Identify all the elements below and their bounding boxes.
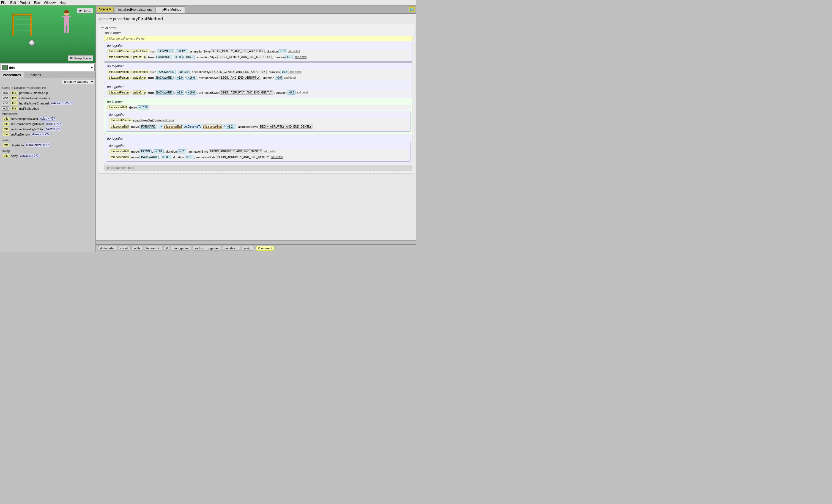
proc-name-2: handleActiveChanged: [19, 102, 49, 105]
category-timing: timing this delay duration: ≡ ???: [0, 148, 96, 159]
bottom-toolbar: do in order count while for each in if d…: [96, 244, 416, 252]
scene-background: [0, 5, 96, 63]
menu-window[interactable]: Window: [44, 1, 56, 5]
this-badge-1: this: [10, 96, 18, 100]
proc-name-3: myFirstMethod: [19, 107, 40, 110]
btn-comment[interactable]: //comment: [256, 246, 275, 251]
run-label: Run...: [83, 9, 91, 12]
do-in-order-nested-header: do in order: [106, 99, 411, 104]
svg-rect-14: [64, 25, 66, 33]
do-together-1: do together this.adultPerson getLeftKnee…: [104, 42, 412, 62]
declare-proc: declare procedure myFirstMethod: [98, 16, 414, 23]
btn-do-in-order[interactable]: do in order: [98, 246, 117, 251]
svg-rect-17: [69, 16, 71, 18]
person-figure: [60, 10, 74, 43]
group-by-row: group by category: [0, 78, 96, 85]
do-in-order-inner: do in order // Kick the ball toward the …: [104, 30, 412, 170]
this-dropdown[interactable]: this ▼: [1, 64, 95, 71]
do-in-order-nested: do in order this.soccerBall delay ≡0.125…: [104, 98, 412, 134]
this-label: this: [9, 66, 90, 70]
btn-for-each-in[interactable]: for each in: [144, 246, 163, 251]
cat-item-setFogDensity: this setFogDensity density: ≡ ???: [2, 132, 94, 137]
tab-procedures[interactable]: Procedures: [0, 72, 24, 78]
scene-dropdown[interactable]: Scene ▼: [97, 7, 114, 12]
do-together-4-inner: do together this.soccerBall move DOWN , …: [106, 142, 411, 162]
do-together-nested-header: do together: [108, 112, 409, 117]
cat-item-setFromAboveLightColor: this setFromAboveLightColor color: ≡ ???: [2, 121, 94, 127]
this-badge-3: this: [10, 106, 18, 111]
code-line-delay: this.soccerBall delay ≡0.125: [106, 105, 411, 110]
group-by-select[interactable]: group by category: [62, 79, 94, 84]
scene-label: Scene: [99, 7, 108, 11]
tab-initializeEventListeners[interactable]: initializeEventListeners: [115, 6, 155, 12]
proc-name-0: performCustomSetup: [19, 91, 48, 94]
cat-item-delay: this delay duration: ≡ ???: [2, 153, 94, 158]
do-together-2: do together this.adultPerson getLeftKnee…: [104, 62, 412, 82]
menu-run[interactable]: Run: [34, 1, 40, 5]
proc-func-tabs: Procedures Functions: [0, 72, 96, 78]
code-line-straighten: this.adultPerson straightenOutJoints add…: [108, 118, 409, 123]
menu-project[interactable]: Project: [20, 1, 30, 5]
svg-rect-15: [67, 25, 69, 33]
soccer-ball: [29, 40, 35, 46]
declare-label: declare procedure: [99, 17, 130, 21]
edit-handleActiveChanged[interactable]: edit: [2, 101, 9, 105]
btn-do-together[interactable]: do together: [171, 246, 191, 251]
code-area[interactable]: declare procedure myFirstMethod do in or…: [96, 14, 416, 240]
btn-count[interactable]: count: [118, 246, 130, 251]
code-line-ball-down: this.soccerBall move DOWN , ≡0.01 , dura…: [108, 149, 409, 154]
category-atmosphere: atmosphere this setAtmosphereColor color…: [0, 111, 96, 138]
btn-assign[interactable]: assign: [241, 246, 255, 251]
proc-name-1: initializeEventListeners: [19, 96, 50, 100]
do-together-nested: do together this.adultPerson straightenO…: [106, 111, 411, 132]
code-line-soccer-move: this.soccerBall move FORWARD , ≡ this.so…: [108, 123, 409, 130]
svg-rect-2: [12, 14, 32, 16]
tab-myFirstMethod[interactable]: myFirstMethod: [156, 6, 185, 12]
menu-file[interactable]: File: [1, 1, 6, 5]
btn-each-in-together[interactable]: each in _ together: [192, 246, 221, 251]
do-together-header-1: do together: [106, 43, 411, 48]
code-line-hip-backward2: this.adultPerson getLeftHip turn BACKWAR…: [106, 90, 411, 95]
do-together-4: do together do together this.soccerBall …: [104, 135, 412, 164]
setup-scene-button[interactable]: ⊞ Setup Scene: [68, 55, 93, 61]
code-line-knee-forward: this.adultPerson getLeftKnee turn FORWAR…: [106, 49, 411, 54]
do-together-header-4: do together: [106, 136, 411, 141]
code-line-hip-backward: this.adultPerson getLeftHip turn BACKWAR…: [106, 75, 411, 80]
dropdown-arrow-icon: ▼: [108, 7, 112, 11]
params-2: isActive: ≡ ???, a: [50, 101, 74, 105]
scene-preview: ▶ Run... ⊞ Setup Scene: [0, 5, 96, 63]
do-together-header-2: do together: [106, 64, 411, 69]
cat-audio-header: audio: [2, 138, 94, 142]
cat-item-setFromBelowLightColor: this setFromBelowLightColor color: ≡ ???: [2, 127, 94, 132]
setup-icon: ⊞: [70, 56, 73, 60]
category-audio: audio this playAudio audioSource: ≡ ???: [0, 138, 96, 148]
edit-initializeEventListeners[interactable]: edit: [2, 96, 9, 100]
svg-rect-0: [12, 14, 14, 36]
btn-while[interactable]: while: [131, 246, 143, 251]
svg-point-12: [64, 10, 69, 13]
edit-performCustomSetup[interactable]: edit: [2, 91, 9, 95]
dropdown-arrow-icon: ▼: [90, 66, 93, 69]
cat-timing-header: timing: [2, 149, 94, 153]
do-in-order-outer: do in order do in order // Kick the ball…: [98, 24, 414, 173]
menu-bar: File Edit Project Run Window Help: [0, 0, 416, 5]
tab-functions[interactable]: Functions: [24, 72, 44, 78]
menu-help[interactable]: Help: [59, 1, 66, 5]
cat-item-playAudio: this playAudio audioSource: ≡ ???: [2, 142, 94, 148]
horizontal-scrollbar[interactable]: [96, 240, 416, 244]
world-icon: 🌍: [409, 6, 415, 12]
proc-item-1: edit this initializeEventListeners: [0, 95, 96, 101]
btn-variable[interactable]: variable...: [222, 246, 240, 251]
btn-if[interactable]: if: [164, 246, 170, 251]
run-button[interactable]: ▶ Run...: [77, 8, 93, 13]
this-badge-0: this: [10, 91, 18, 95]
goal-post: [11, 11, 38, 41]
proc-item-0: edit this performCustomSetup: [0, 90, 96, 95]
menu-edit[interactable]: Edit: [10, 1, 16, 5]
edit-myFirstMethod[interactable]: edit: [2, 106, 9, 111]
do-together-inner-header: do together: [108, 143, 409, 148]
cat-item-setAtmosphereColor: this setAtmosphereColor color: ≡ ???: [2, 116, 94, 121]
drop-statement[interactable]: drop statement here: [104, 165, 412, 170]
svg-rect-13: [64, 16, 69, 25]
comment-kick-ball: // Kick the ball toward the net: [104, 36, 412, 41]
